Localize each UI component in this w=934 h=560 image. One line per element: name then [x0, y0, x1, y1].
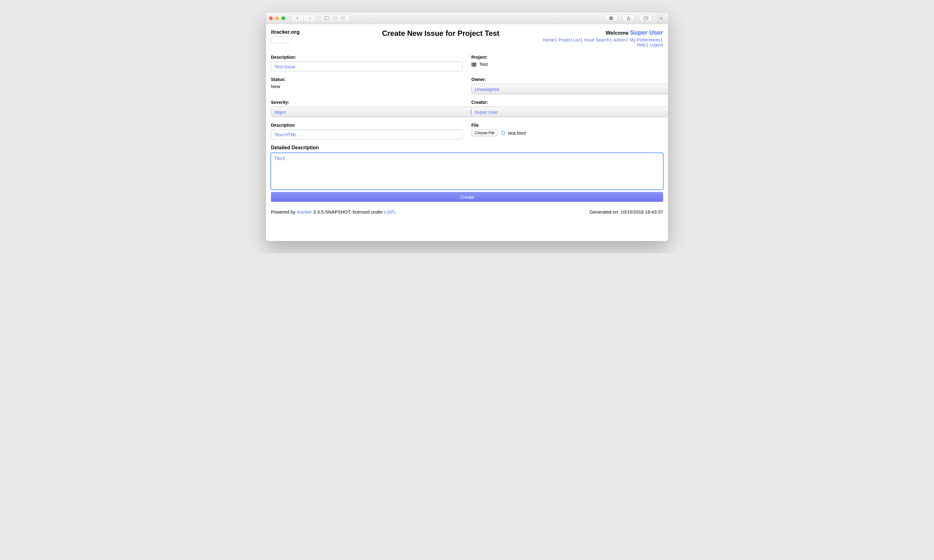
- license-link[interactable]: LGPL: [384, 209, 396, 214]
- powered-by-prefix: Powered by: [271, 209, 297, 214]
- version-license-text: 3.3.5-SNAPSHOT, licensed under: [312, 209, 384, 214]
- file-indicator-icon: [501, 131, 505, 135]
- nav-project-list[interactable]: Project List: [558, 37, 580, 42]
- label-severity: Severity:: [271, 100, 463, 105]
- file-description-input[interactable]: [271, 129, 463, 139]
- severity-select-value: Major: [274, 109, 286, 115]
- owner-select-value: Unassigned: [475, 86, 499, 92]
- share-button[interactable]: [622, 14, 635, 22]
- label-owner: Owner:: [471, 77, 663, 82]
- issue-form: Description: Project: Test Status: New O…: [271, 55, 663, 145]
- close-window-button[interactable]: [269, 16, 273, 20]
- detailed-description-input[interactable]: [271, 153, 663, 189]
- chevron-right-icon: [309, 16, 311, 20]
- site-title: itracker.org: [271, 29, 351, 35]
- nav-admin[interactable]: Admin: [613, 37, 626, 42]
- label-project: Project:: [471, 55, 663, 60]
- svg-rect-12: [472, 63, 472, 63]
- reader-icon: [341, 16, 345, 20]
- sidebar-toggle-button[interactable]: [320, 14, 333, 22]
- file-name: test.html: [508, 131, 526, 136]
- nav-my-preferences[interactable]: My Preferences: [630, 37, 660, 42]
- share-icon: [627, 16, 630, 20]
- logo-placeholder: [271, 37, 288, 43]
- product-link[interactable]: itracker: [297, 209, 312, 214]
- creator-select[interactable]: Super User ▲▼: [471, 107, 668, 117]
- titlebar: ＋: [266, 12, 668, 24]
- downloads-button[interactable]: [605, 14, 618, 22]
- svg-rect-0: [324, 17, 329, 20]
- project-value: Test: [471, 62, 663, 67]
- welcome-prefix: Welcome: [606, 30, 630, 36]
- minimize-window-button[interactable]: [275, 16, 279, 20]
- svg-rect-8: [644, 17, 647, 20]
- nav-logout[interactable]: Logout: [650, 42, 663, 47]
- chevron-left-icon: [296, 16, 299, 20]
- label-file-description: Description: [271, 123, 463, 128]
- page-content: itracker.org Create New Issue for Projec…: [266, 24, 668, 241]
- current-user: Super User: [630, 29, 663, 36]
- choose-file-button[interactable]: Choose File: [471, 129, 498, 136]
- description-input[interactable]: [271, 62, 463, 71]
- project-name: Test: [479, 62, 488, 67]
- page-title: Create New Issue for Project Test: [351, 29, 530, 38]
- tabs-button[interactable]: [639, 14, 652, 22]
- footer-left: Powered by itracker 3.3.5-SNAPSHOT, lice…: [271, 209, 396, 214]
- nav-home[interactable]: Home: [543, 37, 554, 42]
- create-button[interactable]: Create: [271, 192, 663, 202]
- svg-rect-13: [472, 65, 472, 65]
- nav-back-forward: [291, 14, 316, 22]
- sidebar-icon: [324, 16, 329, 20]
- status-value: New: [271, 84, 463, 89]
- reader-button[interactable]: [337, 14, 350, 22]
- nav-issue-search[interactable]: Issue Search: [584, 37, 610, 42]
- tabs-icon: [644, 16, 648, 20]
- label-description: Description:: [271, 55, 463, 60]
- svg-rect-14: [472, 66, 472, 66]
- label-creator: Creator:: [471, 100, 663, 105]
- project-icon: [471, 63, 476, 66]
- download-icon: [609, 16, 613, 20]
- label-file: File: [471, 123, 663, 128]
- page-header: itracker.org Create New Issue for Projec…: [271, 29, 663, 47]
- traffic-lights: [269, 16, 285, 20]
- creator-select-value: Super User: [475, 109, 498, 115]
- nav-help[interactable]: Help: [637, 42, 646, 47]
- back-button[interactable]: [291, 14, 304, 22]
- welcome-text: Welcome Super User: [530, 29, 663, 36]
- new-tab-button[interactable]: ＋: [657, 12, 665, 24]
- top-nav: Home| Project List| Issue Search| Admin|…: [530, 37, 663, 47]
- footer-generated: Generated on: 10/15/2016 18:43:37: [589, 209, 663, 214]
- owner-select[interactable]: Unassigned ▲▼: [471, 84, 668, 94]
- forward-button[interactable]: [304, 14, 316, 22]
- browser-window: ＋ itracker.org Create New Issue for Proj…: [266, 12, 668, 241]
- label-detailed-description: Detailed Description: [271, 145, 663, 151]
- maximize-window-button[interactable]: [281, 16, 285, 20]
- page-footer: Powered by itracker 3.3.5-SNAPSHOT, lice…: [271, 209, 663, 214]
- severity-select[interactable]: Major ▲▼: [271, 107, 475, 117]
- label-status: Status:: [271, 77, 463, 82]
